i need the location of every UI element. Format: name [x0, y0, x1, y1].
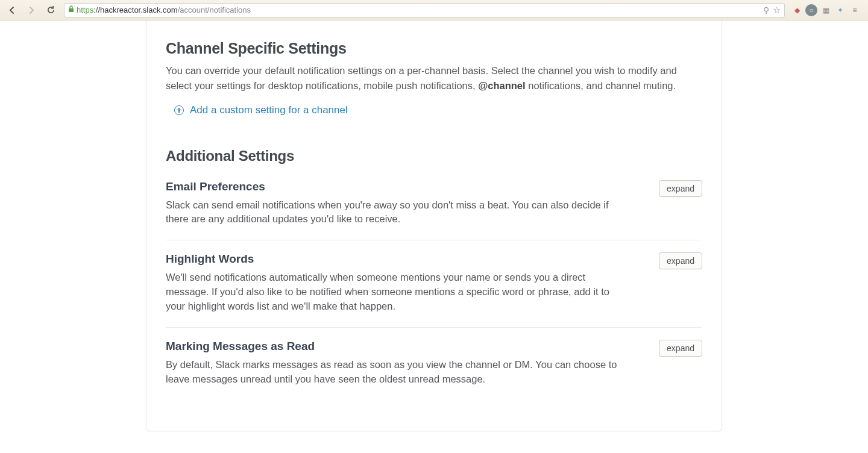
nav-buttons — [5, 3, 58, 17]
bookmark-star-icon[interactable]: ☆ — [773, 5, 781, 16]
url-host: ://hackreactor.slack.com — [93, 5, 177, 14]
settings-panel: Channel Specific Settings You can overri… — [146, 20, 722, 431]
expand-button[interactable]: expand — [659, 340, 702, 357]
address-bar[interactable]: https://hackreactor.slack.com/account/no… — [64, 3, 785, 17]
extensions-area: ◆ ○ ▦ ✦ ≡ — [788, 4, 863, 16]
extension-icon-1[interactable]: ◆ — [791, 4, 803, 16]
plus-circle-icon — [174, 105, 184, 115]
add-custom-setting-link[interactable]: Add a custom setting for a channel — [174, 104, 348, 116]
browser-toolbar: https://hackreactor.slack.com/account/no… — [0, 0, 868, 20]
setting-description: Slack can send email notifications when … — [166, 198, 630, 227]
back-button[interactable] — [5, 3, 19, 17]
url-bar-actions: ⚲ ☆ — [763, 5, 781, 16]
extension-icon-2[interactable]: ○ — [805, 4, 817, 16]
add-custom-setting-label: Add a custom setting for a channel — [190, 104, 348, 116]
extension-icon-3[interactable]: ▦ — [820, 4, 832, 16]
additional-settings-heading: Additional Settings — [166, 148, 702, 164]
svg-rect-0 — [69, 8, 74, 12]
forward-button[interactable] — [24, 3, 39, 17]
at-channel-bold: @channel — [478, 80, 525, 91]
channel-settings-heading: Channel Specific Settings — [166, 40, 702, 57]
menu-icon[interactable]: ≡ — [849, 4, 861, 16]
expand-button[interactable]: expand — [659, 180, 702, 197]
expand-button[interactable]: expand — [659, 252, 702, 269]
channel-settings-description: You can override your default notificati… — [166, 63, 702, 93]
page-body: Channel Specific Settings You can overri… — [0, 20, 868, 453]
reload-button[interactable] — [43, 3, 58, 17]
setting-highlight-words: expand Highlight Words We'll send notifi… — [166, 240, 702, 327]
url-scheme: https — [77, 5, 93, 14]
setting-title: Email Preferences — [166, 180, 702, 193]
url-text: https://hackreactor.slack.com/account/no… — [77, 5, 251, 14]
extension-icon-4[interactable]: ✦ — [834, 4, 846, 16]
setting-title: Highlight Words — [166, 252, 702, 266]
desc-text-2: notifications, and channel muting. — [526, 80, 676, 91]
setting-email-preferences: expand Email Preferences Slack can send … — [166, 175, 702, 240]
pin-icon[interactable]: ⚲ — [763, 5, 769, 15]
setting-description: By default, Slack marks messages as read… — [166, 358, 630, 387]
setting-title: Marking Messages as Read — [166, 340, 702, 353]
lock-icon — [68, 5, 74, 14]
setting-marking-read: expand Marking Messages as Read By defau… — [166, 327, 702, 400]
url-path: /account/notifications — [178, 5, 251, 14]
setting-description: We'll send notifications automatically w… — [166, 270, 630, 314]
